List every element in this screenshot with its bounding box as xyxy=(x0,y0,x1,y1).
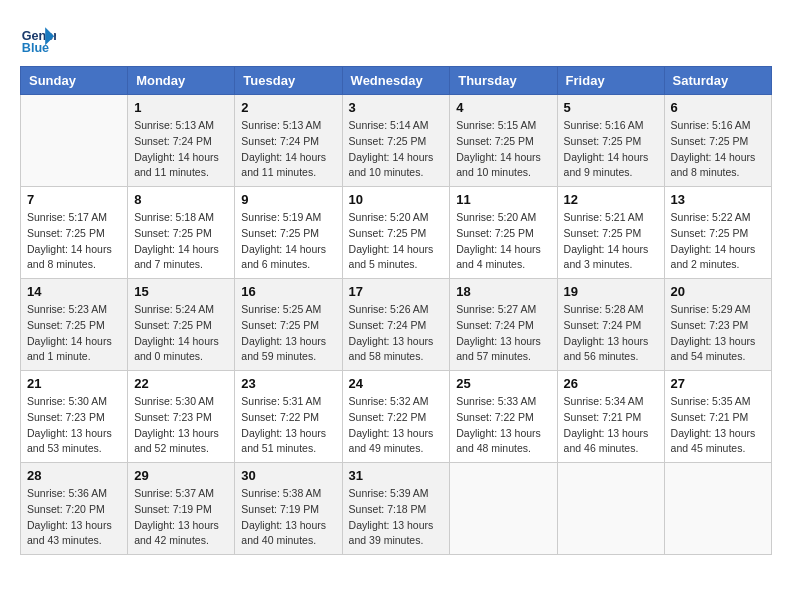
day-number: 9 xyxy=(241,192,335,207)
day-cell: 20Sunrise: 5:29 AMSunset: 7:23 PMDayligh… xyxy=(664,279,771,371)
day-number: 2 xyxy=(241,100,335,115)
day-detail: Sunrise: 5:20 AMSunset: 7:25 PMDaylight:… xyxy=(456,210,550,273)
day-cell: 23Sunrise: 5:31 AMSunset: 7:22 PMDayligh… xyxy=(235,371,342,463)
day-number: 21 xyxy=(27,376,121,391)
day-cell xyxy=(557,463,664,555)
day-detail: Sunrise: 5:17 AMSunset: 7:25 PMDaylight:… xyxy=(27,210,121,273)
day-number: 17 xyxy=(349,284,444,299)
week-row-2: 7Sunrise: 5:17 AMSunset: 7:25 PMDaylight… xyxy=(21,187,772,279)
day-cell: 17Sunrise: 5:26 AMSunset: 7:24 PMDayligh… xyxy=(342,279,450,371)
day-number: 3 xyxy=(349,100,444,115)
day-detail: Sunrise: 5:34 AMSunset: 7:21 PMDaylight:… xyxy=(564,394,658,457)
day-cell: 27Sunrise: 5:35 AMSunset: 7:21 PMDayligh… xyxy=(664,371,771,463)
day-detail: Sunrise: 5:26 AMSunset: 7:24 PMDaylight:… xyxy=(349,302,444,365)
day-cell: 4Sunrise: 5:15 AMSunset: 7:25 PMDaylight… xyxy=(450,95,557,187)
day-detail: Sunrise: 5:24 AMSunset: 7:25 PMDaylight:… xyxy=(134,302,228,365)
day-number: 7 xyxy=(27,192,121,207)
day-number: 15 xyxy=(134,284,228,299)
day-detail: Sunrise: 5:13 AMSunset: 7:24 PMDaylight:… xyxy=(134,118,228,181)
day-detail: Sunrise: 5:32 AMSunset: 7:22 PMDaylight:… xyxy=(349,394,444,457)
day-cell: 12Sunrise: 5:21 AMSunset: 7:25 PMDayligh… xyxy=(557,187,664,279)
day-number: 4 xyxy=(456,100,550,115)
day-number: 31 xyxy=(349,468,444,483)
day-detail: Sunrise: 5:27 AMSunset: 7:24 PMDaylight:… xyxy=(456,302,550,365)
day-number: 23 xyxy=(241,376,335,391)
weekday-thursday: Thursday xyxy=(450,67,557,95)
day-cell: 30Sunrise: 5:38 AMSunset: 7:19 PMDayligh… xyxy=(235,463,342,555)
calendar-body: 1Sunrise: 5:13 AMSunset: 7:24 PMDaylight… xyxy=(21,95,772,555)
day-detail: Sunrise: 5:23 AMSunset: 7:25 PMDaylight:… xyxy=(27,302,121,365)
week-row-5: 28Sunrise: 5:36 AMSunset: 7:20 PMDayligh… xyxy=(21,463,772,555)
day-cell: 22Sunrise: 5:30 AMSunset: 7:23 PMDayligh… xyxy=(128,371,235,463)
day-detail: Sunrise: 5:39 AMSunset: 7:18 PMDaylight:… xyxy=(349,486,444,549)
day-cell: 6Sunrise: 5:16 AMSunset: 7:25 PMDaylight… xyxy=(664,95,771,187)
svg-text:Blue: Blue xyxy=(22,41,49,55)
day-number: 10 xyxy=(349,192,444,207)
day-cell: 31Sunrise: 5:39 AMSunset: 7:18 PMDayligh… xyxy=(342,463,450,555)
calendar-table: SundayMondayTuesdayWednesdayThursdayFrid… xyxy=(20,66,772,555)
day-number: 14 xyxy=(27,284,121,299)
day-cell: 1Sunrise: 5:13 AMSunset: 7:24 PMDaylight… xyxy=(128,95,235,187)
day-number: 26 xyxy=(564,376,658,391)
day-cell: 13Sunrise: 5:22 AMSunset: 7:25 PMDayligh… xyxy=(664,187,771,279)
day-detail: Sunrise: 5:22 AMSunset: 7:25 PMDaylight:… xyxy=(671,210,765,273)
day-number: 16 xyxy=(241,284,335,299)
day-cell: 18Sunrise: 5:27 AMSunset: 7:24 PMDayligh… xyxy=(450,279,557,371)
day-cell: 9Sunrise: 5:19 AMSunset: 7:25 PMDaylight… xyxy=(235,187,342,279)
day-detail: Sunrise: 5:14 AMSunset: 7:25 PMDaylight:… xyxy=(349,118,444,181)
day-cell: 15Sunrise: 5:24 AMSunset: 7:25 PMDayligh… xyxy=(128,279,235,371)
day-number: 30 xyxy=(241,468,335,483)
day-cell: 2Sunrise: 5:13 AMSunset: 7:24 PMDaylight… xyxy=(235,95,342,187)
day-number: 27 xyxy=(671,376,765,391)
day-number: 22 xyxy=(134,376,228,391)
day-detail: Sunrise: 5:30 AMSunset: 7:23 PMDaylight:… xyxy=(134,394,228,457)
day-detail: Sunrise: 5:37 AMSunset: 7:19 PMDaylight:… xyxy=(134,486,228,549)
weekday-tuesday: Tuesday xyxy=(235,67,342,95)
day-cell: 14Sunrise: 5:23 AMSunset: 7:25 PMDayligh… xyxy=(21,279,128,371)
page-header: General Blue xyxy=(20,20,772,56)
day-detail: Sunrise: 5:19 AMSunset: 7:25 PMDaylight:… xyxy=(241,210,335,273)
logo: General Blue xyxy=(20,20,60,56)
day-cell: 5Sunrise: 5:16 AMSunset: 7:25 PMDaylight… xyxy=(557,95,664,187)
day-detail: Sunrise: 5:16 AMSunset: 7:25 PMDaylight:… xyxy=(564,118,658,181)
day-detail: Sunrise: 5:29 AMSunset: 7:23 PMDaylight:… xyxy=(671,302,765,365)
day-detail: Sunrise: 5:33 AMSunset: 7:22 PMDaylight:… xyxy=(456,394,550,457)
day-number: 18 xyxy=(456,284,550,299)
day-number: 24 xyxy=(349,376,444,391)
day-detail: Sunrise: 5:35 AMSunset: 7:21 PMDaylight:… xyxy=(671,394,765,457)
weekday-wednesday: Wednesday xyxy=(342,67,450,95)
day-number: 11 xyxy=(456,192,550,207)
day-number: 1 xyxy=(134,100,228,115)
day-cell: 7Sunrise: 5:17 AMSunset: 7:25 PMDaylight… xyxy=(21,187,128,279)
day-number: 5 xyxy=(564,100,658,115)
day-cell: 21Sunrise: 5:30 AMSunset: 7:23 PMDayligh… xyxy=(21,371,128,463)
day-detail: Sunrise: 5:15 AMSunset: 7:25 PMDaylight:… xyxy=(456,118,550,181)
day-cell: 24Sunrise: 5:32 AMSunset: 7:22 PMDayligh… xyxy=(342,371,450,463)
weekday-monday: Monday xyxy=(128,67,235,95)
day-cell: 29Sunrise: 5:37 AMSunset: 7:19 PMDayligh… xyxy=(128,463,235,555)
day-cell: 16Sunrise: 5:25 AMSunset: 7:25 PMDayligh… xyxy=(235,279,342,371)
day-detail: Sunrise: 5:20 AMSunset: 7:25 PMDaylight:… xyxy=(349,210,444,273)
weekday-header-row: SundayMondayTuesdayWednesdayThursdayFrid… xyxy=(21,67,772,95)
day-number: 20 xyxy=(671,284,765,299)
day-cell: 10Sunrise: 5:20 AMSunset: 7:25 PMDayligh… xyxy=(342,187,450,279)
day-cell xyxy=(450,463,557,555)
day-detail: Sunrise: 5:25 AMSunset: 7:25 PMDaylight:… xyxy=(241,302,335,365)
week-row-1: 1Sunrise: 5:13 AMSunset: 7:24 PMDaylight… xyxy=(21,95,772,187)
day-detail: Sunrise: 5:28 AMSunset: 7:24 PMDaylight:… xyxy=(564,302,658,365)
day-number: 28 xyxy=(27,468,121,483)
week-row-3: 14Sunrise: 5:23 AMSunset: 7:25 PMDayligh… xyxy=(21,279,772,371)
day-cell: 8Sunrise: 5:18 AMSunset: 7:25 PMDaylight… xyxy=(128,187,235,279)
day-cell: 25Sunrise: 5:33 AMSunset: 7:22 PMDayligh… xyxy=(450,371,557,463)
day-cell: 3Sunrise: 5:14 AMSunset: 7:25 PMDaylight… xyxy=(342,95,450,187)
day-detail: Sunrise: 5:36 AMSunset: 7:20 PMDaylight:… xyxy=(27,486,121,549)
day-cell: 11Sunrise: 5:20 AMSunset: 7:25 PMDayligh… xyxy=(450,187,557,279)
day-cell xyxy=(21,95,128,187)
day-detail: Sunrise: 5:38 AMSunset: 7:19 PMDaylight:… xyxy=(241,486,335,549)
day-number: 25 xyxy=(456,376,550,391)
day-detail: Sunrise: 5:30 AMSunset: 7:23 PMDaylight:… xyxy=(27,394,121,457)
day-number: 19 xyxy=(564,284,658,299)
day-detail: Sunrise: 5:18 AMSunset: 7:25 PMDaylight:… xyxy=(134,210,228,273)
day-number: 6 xyxy=(671,100,765,115)
day-cell xyxy=(664,463,771,555)
